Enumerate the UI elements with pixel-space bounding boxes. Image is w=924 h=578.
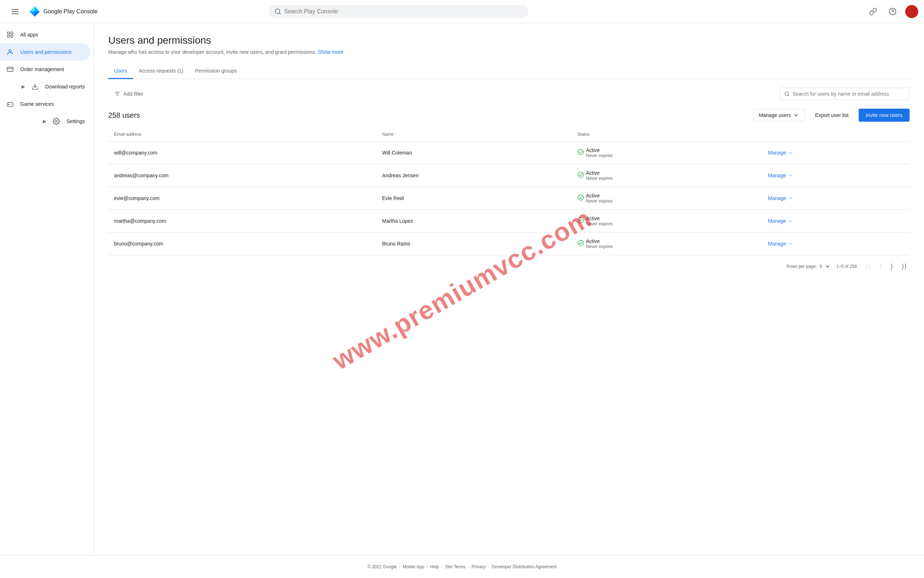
sidebar-item-users-permissions[interactable]: Users and permissions (0, 43, 91, 61)
hamburger-icon (9, 6, 22, 17)
status-expiry: Never expires (586, 244, 613, 249)
cell-email: evie@company.com (108, 187, 376, 210)
sidebar-item-game-services[interactable]: Game services (0, 95, 91, 113)
footer: © 2022 Google · Mobile App · Help · Site… (0, 555, 924, 578)
pagination-range: 1–6 of 258 (836, 264, 857, 269)
cell-email: will@company.com (108, 141, 376, 164)
table-row: evie@company.com Evie Reid Active Never … (108, 187, 909, 210)
sidebar-label-game-services: Game services (20, 101, 54, 107)
export-user-list-button[interactable]: Export user list (809, 109, 854, 121)
cell-status: Active Never expires (572, 187, 762, 210)
page-subtitle: Manage who has access to your developer … (108, 49, 909, 55)
show-more-link[interactable]: Show more (318, 49, 344, 55)
sidebar-label-download-reports: Download reports (45, 84, 85, 89)
status-active-icon (577, 172, 584, 179)
table-row: andreas@company.com Andreas Jensen Activ… (108, 164, 909, 187)
manage-users-label: Manage users (759, 112, 791, 118)
svg-rect-8 (11, 32, 13, 34)
svg-rect-15 (7, 102, 13, 107)
rows-per-page-select[interactable]: 6 10 25 (818, 263, 830, 270)
footer-link-help[interactable]: Help (430, 564, 439, 569)
tab-access-requests[interactable]: Access requests (1) (133, 63, 190, 79)
prev-page-button[interactable]: ⟨ (876, 261, 885, 272)
status-active-text: Active (586, 170, 613, 176)
manage-link[interactable]: Manage → (768, 218, 904, 224)
search-bar[interactable] (269, 5, 528, 18)
svg-rect-9 (8, 36, 10, 37)
status-active-text: Active (586, 216, 613, 221)
next-page-button[interactable]: ⟩ (888, 261, 896, 272)
cell-status: Active Never expires (572, 141, 762, 164)
users-header: 258 users Manage users Export user list … (108, 109, 909, 122)
cell-status: Active Never expires (572, 232, 762, 255)
col-name: Name (376, 127, 572, 141)
rows-per-page-label: Rows per page: 6 10 25 (786, 263, 830, 270)
gear-icon (52, 117, 61, 126)
help-icon-btn[interactable] (886, 5, 900, 18)
invite-new-users-button[interactable]: Invite new users (859, 109, 909, 122)
status-active-icon (577, 149, 584, 157)
users-actions: Manage users Export user list Invite new… (753, 109, 909, 122)
footer-link-dda[interactable]: Developer Distribution Agreement (491, 564, 556, 569)
status-expiry: Never expires (586, 176, 613, 181)
manage-link[interactable]: Manage → (768, 195, 904, 201)
search-small-icon (784, 91, 790, 97)
cell-name: Martha Lopez (376, 210, 572, 232)
status-active-text: Active (586, 238, 613, 244)
svg-rect-10 (11, 36, 13, 37)
toolbar-left: Add filter (108, 88, 149, 100)
expand-arrow-settings: ▶ (43, 119, 46, 124)
status-active-text: Active (586, 193, 613, 198)
manage-link[interactable]: Manage → (768, 241, 904, 247)
filter-icon (114, 91, 120, 97)
manage-link[interactable]: Manage → (768, 172, 904, 179)
sidebar-item-settings[interactable]: ▶ Settings (0, 113, 91, 130)
first-page-button[interactable]: ⟨⟨ (862, 261, 874, 272)
manage-link[interactable]: Manage → (768, 150, 904, 156)
add-filter-button[interactable]: Add filter (108, 88, 149, 100)
search-input[interactable] (284, 8, 523, 15)
manage-users-button[interactable]: Manage users (753, 109, 805, 121)
cell-status: Active Never expires (572, 164, 762, 187)
download-icon (31, 82, 39, 91)
sidebar-item-download-reports[interactable]: ▶ Download reports (0, 78, 91, 95)
svg-point-26 (578, 195, 583, 200)
footer-link-mobile[interactable]: Mobile App (403, 564, 424, 569)
cell-manage: Manage → (762, 164, 909, 187)
page-title: Users and permissions (108, 35, 909, 46)
app-body: All apps Users and permissions Order man… (0, 23, 924, 555)
pagination: Rows per page: 6 10 25 1–6 of 258 ⟨⟨ ⟨ ⟩… (108, 255, 909, 278)
svg-point-18 (11, 104, 12, 105)
svg-point-24 (578, 149, 583, 155)
cell-name: Bruno Rams (376, 232, 572, 255)
cell-email: andreas@company.com (108, 164, 376, 187)
user-search-input[interactable] (793, 91, 905, 97)
filter-label: Add filter (123, 91, 143, 97)
tab-users[interactable]: Users (108, 63, 133, 79)
col-status: Status (572, 127, 762, 141)
cell-name: Will Coleman (376, 141, 572, 164)
link-icon-btn[interactable] (866, 5, 880, 18)
avatar[interactable] (905, 5, 918, 18)
svg-marker-1 (35, 6, 40, 11)
sidebar-label-all-apps: All apps (20, 32, 38, 37)
link-icon (869, 8, 877, 16)
topbar-right (866, 5, 918, 18)
cell-email: martha@company.com (108, 210, 376, 232)
main-content: Users and permissions Manage who has acc… (94, 23, 924, 555)
sidebar-item-order-management[interactable]: Order management (0, 61, 91, 78)
sidebar-item-all-apps[interactable]: All apps (0, 26, 91, 43)
svg-point-19 (11, 105, 12, 106)
svg-point-27 (578, 218, 583, 223)
expand-arrow-reports: ▶ (22, 84, 25, 89)
svg-marker-3 (29, 11, 35, 16)
user-search-wrapper[interactable] (780, 88, 909, 100)
hamburger-menu[interactable] (6, 3, 24, 20)
tab-permission-groups[interactable]: Permission groups (189, 63, 243, 79)
last-page-button[interactable]: ⟩⟩ (899, 261, 909, 272)
footer-link-privacy[interactable]: Privacy (472, 564, 485, 569)
svg-rect-7 (8, 32, 10, 34)
app-name: Google Play Console (43, 8, 97, 15)
footer-link-terms[interactable]: Site Terms (445, 564, 465, 569)
cell-manage: Manage → (762, 187, 909, 210)
